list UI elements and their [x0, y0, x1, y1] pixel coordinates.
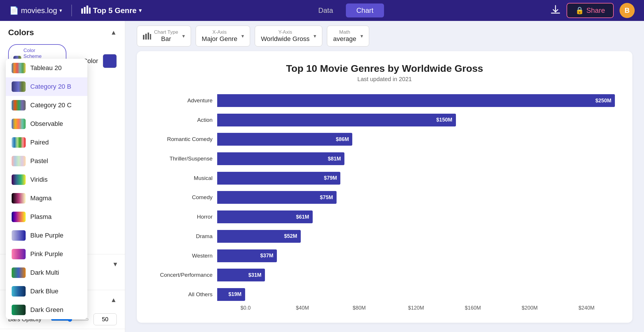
math-label: Math [333, 29, 356, 35]
y-axis-label: Y-Axis [261, 29, 309, 35]
color-scheme-dropdown: Tableau 20 Category 20 B Category 20 C O… [6, 59, 87, 319]
dropdown-label-darkmulti: Dark Multi [30, 269, 59, 276]
bar-genre-label: Musical [154, 175, 213, 181]
chart-subtitle: Last updated in 2021 [358, 76, 412, 83]
bar-wrapper: $52M [217, 230, 615, 243]
dropdown-item-pinkpurple[interactable]: Pink Purple [6, 245, 87, 263]
bar-genre-label: All Others [154, 291, 213, 298]
dropdown-label-darkgreen: Dark Green [30, 306, 63, 314]
swatch-darkgreen [12, 305, 26, 315]
chart-title: Top 10 Movie Genres by Worldwide Gross [286, 63, 483, 74]
dropdown-label-plasma: Plasma [30, 213, 52, 221]
chart-tab-button[interactable]: Chart [346, 3, 384, 17]
bar-wrapper: $75M [217, 191, 615, 204]
chart-container: Top 10 Movie Genres by Worldwide Gross L… [137, 51, 632, 323]
bar-wrapper: $81M [217, 152, 615, 165]
chart-type-value: Bar [154, 35, 178, 43]
swatch-cat20c [12, 100, 26, 110]
swatch-darkblue [12, 286, 26, 297]
bar-fill: $19M [217, 288, 245, 301]
colors-chevron-icon[interactable]: ▲ [110, 29, 117, 36]
dropdown-item-observable[interactable]: Observable [6, 115, 87, 133]
bar-wrapper: $86M [217, 133, 615, 146]
x-axis-label: $160M [445, 305, 501, 311]
bars-chevron-icon[interactable]: ▾ [114, 260, 117, 268]
table-row: Musical$79M [154, 172, 615, 185]
dropdown-label-darkblue: Dark Blue [30, 288, 59, 295]
bar-genre-label: Comedy [154, 194, 213, 201]
math-button[interactable]: Math average ▾ [327, 26, 369, 47]
file-icon: 📄 [9, 6, 19, 15]
file-menu[interactable]: 📄 movies.log ▾ [9, 6, 62, 15]
dropdown-item-bluepurple[interactable]: Blue Purple [6, 226, 87, 245]
share-button[interactable]: 🔒 Share [567, 3, 614, 18]
left-panel: Colors ▲ Color Scheme Category 20 B ▲ Ba… [0, 21, 125, 332]
svg-rect-4 [143, 35, 144, 40]
bar-genre-label: Thriller/Suspense [154, 156, 213, 162]
x-axis-label: $80M [331, 305, 388, 311]
y-axis-button[interactable]: Y-Axis Worldwide Gross ▾ [255, 26, 322, 47]
dropdown-item-darkblue[interactable]: Dark Blue [6, 282, 87, 301]
top-navigation: 📄 movies.log ▾ Top 5 Genre ▾ Data Chart … [0, 0, 644, 21]
dropdown-item-cat20b[interactable]: Category 20 B [6, 77, 87, 96]
dropdown-label-cat20b: Category 20 B [30, 83, 71, 90]
dropdown-item-tableau20[interactable]: Tableau 20 [6, 59, 87, 77]
lock-icon: 🔒 [575, 6, 584, 15]
dropdown-item-pastel[interactable]: Pastel [6, 152, 87, 170]
table-row: Action$150M [154, 114, 615, 126]
chart-type-button[interactable]: Chart Type Bar ▾ [137, 26, 191, 47]
swatch-pinkpurple [12, 249, 26, 259]
bar-fill: $37M [217, 249, 277, 262]
svg-rect-3 [89, 8, 91, 14]
collapse-panel-tab[interactable]: ‹ [125, 167, 125, 186]
bar-value-label: $86M [336, 136, 349, 142]
bar-color-swatch[interactable] [103, 54, 117, 68]
data-tab-button[interactable]: Data [308, 3, 344, 17]
download-button[interactable] [550, 4, 561, 17]
bar-fill: $86M [217, 133, 352, 146]
y-axis-text: Y-Axis Worldwide Gross [261, 29, 309, 43]
swatch-pastel [12, 156, 26, 166]
bar-genre-label: Adventure [154, 97, 213, 104]
chart-type-label: Chart Type [154, 29, 178, 35]
dropdown-item-magma[interactable]: Magma [6, 189, 87, 208]
main-layout: Colors ▲ Color Scheme Category 20 B ▲ Ba… [0, 21, 644, 332]
opacity-input[interactable]: 50 [93, 313, 117, 325]
bar-value-label: $19M [229, 291, 242, 297]
x-axis-value: Major Genre [202, 35, 237, 43]
nav-center: Data Chart [148, 3, 543, 17]
dropdown-item-viridis[interactable]: Viridis [6, 170, 87, 189]
nav-right: 🔒 Share B [550, 3, 635, 18]
bar-genre-label: Western [154, 253, 213, 259]
bar-fill: $61M [217, 210, 313, 223]
dropdown-label-tableau20: Tableau 20 [30, 64, 62, 72]
bar-value-label: $250M [595, 98, 611, 104]
dropdown-item-cat20c[interactable]: Category 20 C [6, 96, 87, 115]
svg-rect-0 [81, 8, 83, 14]
table-row: Western$37M [154, 249, 615, 262]
x-axis-label: $40M [274, 305, 331, 311]
x-axis-label: X-Axis [202, 29, 237, 35]
dropdown-item-paired[interactable]: Paired [6, 133, 87, 152]
marks-chevron-icon[interactable]: ▲ [110, 296, 117, 304]
dataset-menu[interactable]: Top 5 Genre ▾ [81, 6, 141, 16]
bar-value-label: $75M [320, 194, 333, 201]
math-value: average [333, 35, 356, 43]
bar-value-label: $31M [248, 272, 261, 278]
dropdown-label-cat20c: Category 20 C [30, 101, 72, 109]
dropdown-item-plasma[interactable]: Plasma [6, 208, 87, 226]
swatch-tableau20 [12, 63, 26, 73]
bar-chart-icon [81, 6, 91, 16]
file-caret-icon: ▾ [59, 7, 62, 14]
share-label: Share [586, 6, 605, 15]
bar-wrapper: $31M [217, 269, 615, 281]
dropdown-item-darkmulti[interactable]: Dark Multi [6, 263, 87, 282]
nav-divider [71, 5, 72, 16]
swatch-bluepurple [12, 230, 26, 241]
colors-section-header: Colors ▲ [0, 21, 125, 42]
bar-fill: $250M [217, 94, 615, 107]
table-row: Comedy$75M [154, 191, 615, 204]
dropdown-item-darkgreen[interactable]: Dark Green [6, 301, 87, 319]
x-axis-button[interactable]: X-Axis Major Genre ▾ [196, 26, 250, 47]
avatar[interactable]: B [620, 3, 635, 18]
